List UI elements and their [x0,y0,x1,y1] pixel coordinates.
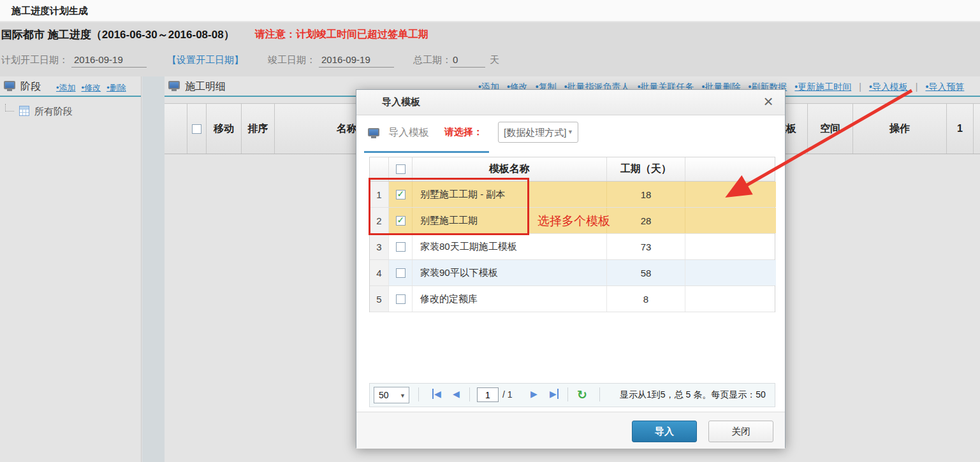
row-number: 5 [370,286,389,312]
stage-panel-header: 阶段 •添加•修改•删除 [0,76,141,97]
stage-panel-title: 阶段 [20,80,41,94]
grid-col-extra[interactable]: 1 [947,104,974,154]
section-underline [364,151,489,153]
page-size-value: 50 [379,390,389,400]
refresh-icon[interactable]: ↻ [577,387,587,402]
header-duration-days[interactable]: 工期（天） [607,157,685,181]
chevron-down-icon: ▼ [567,129,573,135]
warning-text: 请注意：计划竣工时间已超过签单工期 [255,28,428,41]
panel-divider [142,76,165,462]
monitor-icon [4,81,15,89]
total-duration-label: 总工期： [413,54,451,66]
modal-header[interactable]: 导入模板 × [356,90,785,115]
set-start-date-link[interactable]: 【设置开工日期】 [167,54,244,66]
stage-link-0[interactable]: •添加 [56,83,76,92]
row-checkbox[interactable] [396,190,406,199]
data-mode-dropdown[interactable]: [数据处理方式] ▼ [498,122,578,143]
grid-col-sort[interactable]: 排序 [242,104,275,154]
template-name: 家装80天工期施工模板 [413,234,607,259]
page-title: 施工进度计划生成 [11,5,88,17]
header-blank-cell [370,157,389,181]
grid-col-space[interactable]: 空间 [808,104,853,154]
template-row[interactable]: 3家装80天工期施工模板73 [370,234,775,260]
import-button[interactable]: 导入 [632,421,697,442]
duration-days: 73 [607,234,685,259]
pagination-bar: 50 ▼ ◀ ◀ / 1 ▶ ▶ ↻ 显示从1到5，总 5 条。每页显示：50 [369,383,775,407]
select-all-checkbox[interactable] [192,124,201,134]
row-number: 2 [370,208,389,233]
row-number: 1 [370,182,389,207]
row-checkbox[interactable] [396,268,406,278]
duration-days: 18 [607,182,685,207]
row-extra-cell [685,286,776,312]
toolbar-link-7[interactable]: •更新施工时间 [794,82,851,92]
total-duration-field[interactable]: 0 [450,54,485,68]
stage-link-2[interactable]: •删除 [106,83,126,92]
pagination-info: 显示从1到5，总 5 条。每页显示：50 [620,389,775,401]
row-extra-cell [685,208,776,233]
toolbar-separator: | [916,82,918,92]
toolbar-link-9[interactable]: •导入模板 [869,82,908,92]
grid-col-action[interactable]: 操作 [853,104,947,154]
row-extra-cell [685,260,776,285]
template-table: 模板名称 工期（天） 1别墅施工工期 - 副本182别墅施工工期283家装80天… [369,157,775,312]
detail-panel-title: 施工明细 [185,80,226,94]
modal-section-title: 导入模板 [388,126,429,140]
pager-separator [567,387,568,401]
row-number: 4 [370,260,389,285]
close-icon[interactable]: × [759,92,777,112]
row-checkbox-cell[interactable] [389,182,413,207]
template-row[interactable]: 1别墅施工工期 - 副本18 [370,182,775,208]
row-checkbox[interactable] [396,216,406,226]
header-template-name[interactable]: 模板名称 [413,157,607,181]
dropdown-value: [数据处理方式] [504,127,566,139]
total-duration-unit: 天 [490,54,499,66]
row-extra-cell [685,182,776,207]
first-page-button[interactable]: ◀ [432,389,441,399]
pager-separator [469,387,470,401]
grid-col-blank [165,104,187,154]
row-checkbox-cell[interactable] [389,208,413,233]
finish-date-field[interactable]: 2016-09-19 [319,54,394,68]
header-checkbox-cell[interactable] [389,157,413,181]
header-extra-cell [685,157,776,181]
last-page-button[interactable]: ▶ [550,389,559,399]
prev-page-button[interactable]: ◀ [453,389,460,399]
page-count-label: / 1 [502,389,513,400]
row-checkbox-cell[interactable] [389,260,413,285]
row-extra-cell [685,234,776,259]
select-prompt-label: 请选择： [444,126,483,138]
duration-days: 8 [607,286,685,312]
tree-elbow-icon [5,104,14,112]
pager-separator [418,387,419,401]
template-row[interactable]: 4家装90平以下模板58 [370,260,775,286]
template-row[interactable]: 2别墅施工工期28 [370,208,775,234]
row-checkbox-cell[interactable] [389,286,413,312]
duration-days: 28 [607,208,685,233]
grid-col-checkbox[interactable] [187,104,207,154]
toolbar-link-11[interactable]: •导入预算 [925,82,964,92]
stage-link-1[interactable]: •修改 [82,83,101,92]
toolbar-separator: | [859,82,861,92]
date-fields-row: 计划开工日期： 2016-09-19 【设置开工日期】 竣工日期： 2016-0… [0,52,980,72]
plan-start-date-field[interactable]: 2016-09-19 [71,54,147,68]
template-table-body: 1别墅施工工期 - 副本182别墅施工工期283家装80天工期施工模板734家装… [370,182,775,312]
row-checkbox-cell[interactable] [389,234,413,259]
project-title: 国际都市 施工进度（2016-06-30～2016-08-08） [1,27,235,42]
row-checkbox[interactable] [396,294,406,304]
row-checkbox[interactable] [396,242,406,252]
template-table-header: 模板名称 工期（天） [370,157,775,182]
template-row[interactable]: 5修改的定额库8 [370,286,775,312]
select-all-checkbox[interactable] [396,164,406,174]
page-number-input[interactable] [477,387,499,402]
modal-footer: 导入 关闭 [356,412,785,449]
stage-panel: 阶段 •添加•修改•删除 所有阶段 [0,76,142,462]
project-info-band: 国际都市 施工进度（2016-06-30～2016-08-08） 请注意：计划竣… [0,22,980,76]
finish-date-label: 竣工日期： [268,54,316,66]
page-size-select[interactable]: 50 ▼ [374,387,409,403]
monitor-icon [368,128,379,136]
close-button[interactable]: 关闭 [708,421,773,442]
row-number: 3 [370,234,389,259]
next-page-button[interactable]: ▶ [530,389,538,399]
grid-col-move[interactable]: 移动 [207,104,242,154]
